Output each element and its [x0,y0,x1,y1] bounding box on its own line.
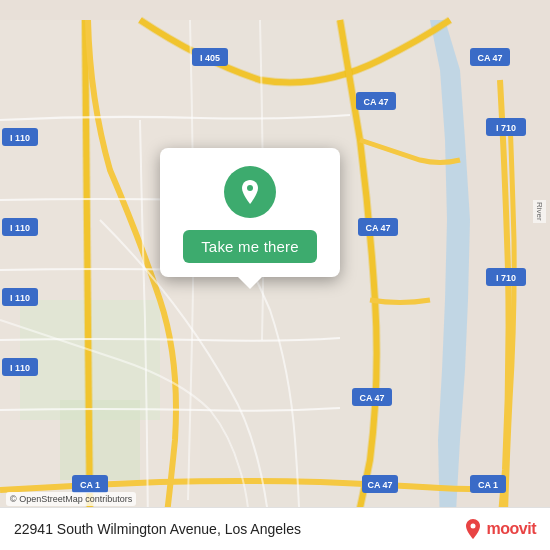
svg-text:CA 47: CA 47 [359,393,384,403]
popup-card: Take me there [160,148,340,277]
take-me-there-button[interactable]: Take me there [183,230,317,263]
svg-point-33 [247,185,253,191]
moovit-brand-text: moovit [487,520,536,538]
osm-attribution: © OpenStreetMap contributors [6,492,136,506]
svg-text:I 710: I 710 [496,123,516,133]
moovit-logo: moovit [462,518,536,540]
svg-text:CA 1: CA 1 [478,480,498,490]
map-container[interactable]: I 110 I 110 I 110 I 110 I 405 CA 47 CA 4… [0,0,550,550]
svg-text:CA 1: CA 1 [80,480,100,490]
svg-text:CA 47: CA 47 [477,53,502,63]
svg-text:I 110: I 110 [10,363,30,373]
svg-text:CA 47: CA 47 [365,223,390,233]
svg-text:I 405: I 405 [200,53,220,63]
svg-point-34 [470,524,475,529]
svg-text:I 110: I 110 [10,133,30,143]
svg-text:I 710: I 710 [496,273,516,283]
svg-text:I 110: I 110 [10,223,30,233]
location-pin-icon [236,178,264,206]
location-pin-circle [224,166,276,218]
svg-text:CA 47: CA 47 [363,97,388,107]
moovit-pin-icon [462,518,484,540]
bottom-bar: 22941 South Wilmington Avenue, Los Angel… [0,507,550,550]
address-text: 22941 South Wilmington Avenue, Los Angel… [14,521,301,537]
svg-text:CA 47: CA 47 [367,480,392,490]
river-label: River [533,200,546,223]
svg-text:I 110: I 110 [10,293,30,303]
